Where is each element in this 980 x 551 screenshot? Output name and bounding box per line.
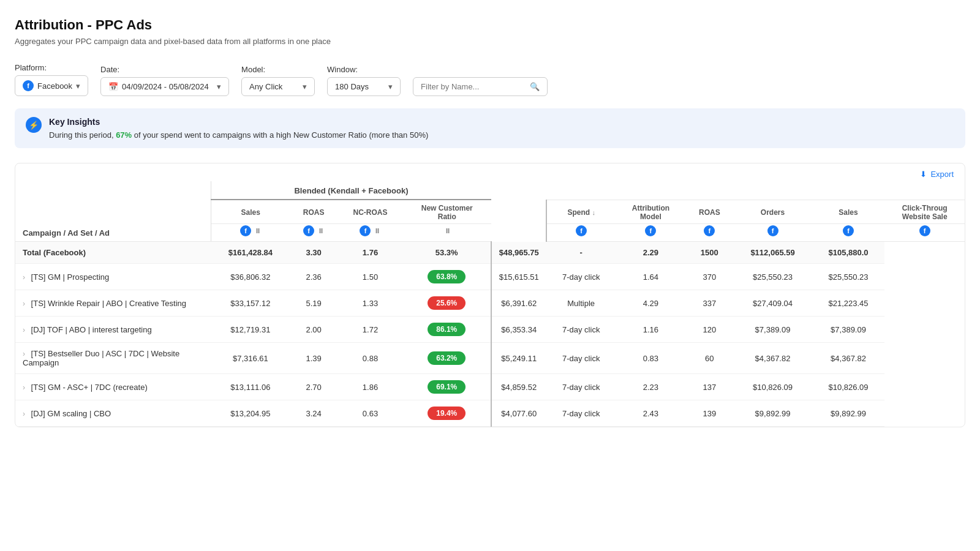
table-header-group: Campaign / Ad Set / Ad Blended (Kendall … bbox=[15, 181, 965, 200]
row-blended-ncr: 69.1% bbox=[403, 374, 491, 400]
export-button[interactable]: ⬇ Export bbox=[920, 170, 954, 179]
row-orders: 120 bbox=[685, 317, 733, 343]
expand-icon[interactable]: › bbox=[23, 410, 25, 418]
row-ct-sales: $21,223.45 bbox=[812, 290, 885, 317]
expand-icon[interactable]: › bbox=[23, 299, 25, 308]
ncr-badge: 25.6% bbox=[428, 296, 466, 310]
icon-fb-orders: f bbox=[733, 224, 812, 242]
facebook-icon: f bbox=[303, 225, 314, 236]
window-filter-group: Window: 180 Days ▾ bbox=[327, 65, 401, 96]
col-blended-ncr: New CustomerRatio bbox=[403, 200, 491, 224]
row-blended-sales: $36,806.32 bbox=[211, 264, 290, 290]
window-select[interactable]: 180 Days ▾ bbox=[327, 77, 401, 96]
ncr-badge: 69.1% bbox=[428, 380, 466, 394]
row-ct-sales: $9,892.99 bbox=[812, 400, 885, 427]
search-box[interactable]: 🔍 bbox=[413, 77, 548, 96]
main-table: Campaign / Ad Set / Ad Blended (Kendall … bbox=[15, 181, 965, 427]
row-orders: 137 bbox=[685, 374, 733, 400]
row-sales: $7,389.09 bbox=[733, 317, 812, 343]
icon-blended-sales: f ⏸ bbox=[211, 224, 290, 242]
table-body: Total (Facebook) $161,428.84 3.30 1.76 5… bbox=[15, 242, 965, 427]
filters-row: Platform: f Facebook ▾ Date: 📅 04/09/202… bbox=[15, 63, 965, 96]
insights-text-after: of your spend went to campaigns with a h… bbox=[132, 130, 428, 140]
platform-select[interactable]: f Facebook ▾ bbox=[15, 75, 88, 96]
row-campaign-name: › [DJ] TOF | ABO | interest targeting bbox=[15, 317, 211, 343]
row-blended-nc-roas: 0.88 bbox=[337, 343, 403, 374]
row-orders: 337 bbox=[685, 290, 733, 317]
insights-icon: ⚡ bbox=[26, 117, 42, 133]
facebook-icon: f bbox=[576, 225, 587, 236]
col-fb-orders: Orders bbox=[733, 200, 812, 224]
facebook-icon: f bbox=[23, 80, 34, 91]
expand-icon[interactable]: › bbox=[23, 273, 25, 282]
platform-value: Facebook bbox=[37, 81, 72, 91]
total-sales: $112,065.59 bbox=[733, 242, 812, 264]
export-label: Export bbox=[930, 170, 954, 179]
facebook-icon: f bbox=[919, 225, 930, 236]
pause-icon: ⏸ bbox=[444, 227, 451, 234]
row-campaign-name: › [TS] GM - ASC+ | 7DC (recreate) bbox=[15, 374, 211, 400]
row-blended-sales: $12,719.31 bbox=[211, 317, 290, 343]
icon-blended-ncr: ⏸ bbox=[403, 224, 491, 242]
date-filter-group: Date: 📅 04/09/2024 - 05/08/2024 ▾ bbox=[100, 65, 229, 96]
table-row: › [TS] GM - ASC+ | 7DC (recreate) $13,11… bbox=[15, 374, 965, 400]
date-select[interactable]: 📅 04/09/2024 - 05/08/2024 ▾ bbox=[100, 77, 229, 96]
row-attribution: 7-day click bbox=[546, 317, 616, 343]
facebook-icon: f bbox=[360, 225, 371, 236]
model-value: Any Click bbox=[249, 82, 282, 91]
row-campaign-name: › [DJ] GM scaling | CBO bbox=[15, 400, 211, 427]
page-subtitle: Aggregates your PPC campaign data and pi… bbox=[15, 37, 965, 46]
expand-icon[interactable]: › bbox=[23, 383, 25, 392]
total-orders: 1500 bbox=[685, 242, 733, 264]
row-sales: $9,892.99 bbox=[733, 400, 812, 427]
platform-filter-group: Platform: f Facebook ▾ bbox=[15, 63, 88, 96]
search-input[interactable] bbox=[421, 82, 526, 91]
pause-icon: ⏸ bbox=[317, 227, 324, 234]
row-orders: 139 bbox=[685, 400, 733, 427]
row-blended-sales: $33,157.12 bbox=[211, 290, 290, 317]
total-name: Total (Facebook) bbox=[15, 242, 211, 264]
row-blended-ncr: 63.8% bbox=[403, 264, 491, 290]
expand-icon[interactable]: › bbox=[23, 350, 25, 358]
row-campaign-name: › [TS] Wrinkle Repair | ABO | Creative T… bbox=[15, 290, 211, 317]
facebook-group-header bbox=[546, 181, 965, 200]
page-title: Attribution - PPC Ads bbox=[15, 17, 965, 33]
total-blended-ncr: 53.3% bbox=[403, 242, 491, 264]
icon-fb-sales: f bbox=[812, 224, 885, 242]
search-filter-group: Search 🔍 bbox=[413, 65, 548, 96]
col-fb-sales: Sales bbox=[812, 200, 885, 224]
row-blended-roas: 2.36 bbox=[290, 264, 337, 290]
insights-content: Key Insights During this period, 67% of … bbox=[49, 117, 428, 140]
row-blended-sales: $13,111.06 bbox=[211, 374, 290, 400]
row-sales: $10,826.09 bbox=[733, 374, 812, 400]
row-attribution: Multiple bbox=[546, 290, 616, 317]
model-select[interactable]: Any Click ▾ bbox=[241, 77, 315, 96]
row-roas: 2.23 bbox=[616, 374, 686, 400]
icon-fb-attribution: f bbox=[616, 224, 686, 242]
row-sales: $25,550.23 bbox=[733, 264, 812, 290]
row-blended-nc-roas: 0.63 bbox=[337, 400, 403, 427]
window-label: Window: bbox=[327, 65, 401, 74]
row-roas: 0.83 bbox=[616, 343, 686, 374]
row-ct-sales: $4,367.82 bbox=[812, 343, 885, 374]
facebook-icon: f bbox=[645, 225, 656, 236]
col-blended-sales: Sales bbox=[211, 200, 290, 224]
row-blended-roas: 2.70 bbox=[290, 374, 337, 400]
pause-icon: ⏸ bbox=[374, 227, 380, 234]
table-row: › [DJ] GM scaling | CBO $13,204.95 3.24 … bbox=[15, 400, 965, 427]
date-value: 04/09/2024 - 05/08/2024 bbox=[122, 82, 209, 91]
model-filter-group: Model: Any Click ▾ bbox=[241, 65, 315, 96]
row-blended-sales: $13,204.95 bbox=[211, 400, 290, 427]
search-icon: 🔍 bbox=[530, 82, 540, 91]
row-blended-nc-roas: 1.86 bbox=[337, 374, 403, 400]
window-value: 180 Days bbox=[335, 82, 369, 91]
row-blended-ncr: 19.4% bbox=[403, 400, 491, 427]
date-label: Date: bbox=[100, 65, 229, 74]
row-spend: $4,077.60 bbox=[491, 400, 546, 427]
facebook-icon: f bbox=[767, 225, 778, 236]
row-ct-sales: $7,389.09 bbox=[812, 317, 885, 343]
row-blended-sales: $7,316.61 bbox=[211, 343, 290, 374]
row-blended-ncr: 63.2% bbox=[403, 343, 491, 374]
row-spend: $5,249.11 bbox=[491, 343, 546, 374]
expand-icon[interactable]: › bbox=[23, 326, 25, 334]
